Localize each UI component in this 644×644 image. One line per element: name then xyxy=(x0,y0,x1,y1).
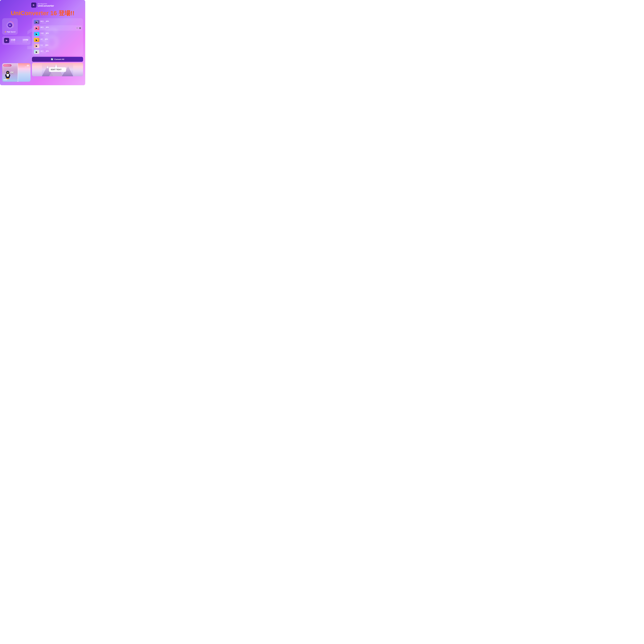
file-convert-5: MKV → MP4 xyxy=(40,50,81,52)
from-size: 1GB 00:00:56 xyxy=(11,39,15,42)
convert-all-label: Convert All xyxy=(54,58,64,60)
file-item: ▶ VOB → MP4 ⊙ 00:01:22 xyxy=(33,31,82,37)
ai-powered-badge: AI-Powered xyxy=(3,64,12,66)
edit-text-overlay[interactable]: EDIT TEXT ✏ xyxy=(49,67,66,72)
file-thumb-mov: ▶ xyxy=(34,20,39,24)
main-container: Wondershare UniConverter UniConverter 16… xyxy=(0,0,85,85)
file-thumb-mkv: ▶ xyxy=(34,26,39,30)
file-convert-2: VOB → MP4 xyxy=(40,33,81,34)
play-icon: ▶ xyxy=(36,21,38,23)
svg-point-16 xyxy=(6,78,8,79)
to-size: 100M 00:00:56 xyxy=(23,39,28,42)
compression-arrows: »»»»» xyxy=(16,39,22,42)
file-info-0: MOV → MP4 ⊙ 00:00:36 xyxy=(40,21,81,24)
svg-point-17 xyxy=(8,78,9,79)
file-list-panel: ▶ MOV → MP4 ⊙ 00:00:36 ▶ MKV → MP4 ⊙ 00:… xyxy=(32,18,83,56)
ai-dial: Ai xyxy=(5,20,15,30)
file-thumb-mkv2: ▶ xyxy=(34,50,39,54)
file-action-icon[interactable]: ⊞ xyxy=(79,27,81,29)
play-icon: ▶ xyxy=(36,27,38,29)
svg-point-11 xyxy=(7,72,7,72)
file-item: ▶ MOV → MP4 ⊙ 00:00:36 xyxy=(33,19,82,25)
file-convert-4: FLV → MP4 xyxy=(40,44,81,46)
ai-speed-card: Ai xyxy=(2,18,18,35)
file-item: ▶ AVI → MP4 ⊙ 00:02:31 xyxy=(33,37,82,43)
convert-all-icon: 🔄 xyxy=(51,58,53,60)
logo-icon xyxy=(31,3,36,8)
file-action-icon[interactable]: □ xyxy=(76,27,78,29)
file-convert-1: MKV → MP4 xyxy=(40,27,75,28)
brand-name: Wondershare xyxy=(38,3,54,5)
compression-card: 1GB 00:00:56 »»»»» 100M 00:00:56 xyxy=(2,36,31,45)
convert-all-button[interactable]: 🔄 Convert All xyxy=(32,57,83,62)
file-icons: □ ⊞ xyxy=(76,27,81,29)
svg-point-12 xyxy=(8,72,8,72)
triangle-pointer xyxy=(17,81,19,82)
app-icon-compression xyxy=(4,38,9,43)
ai-speed-label: ⚡ High Speed xyxy=(4,31,15,33)
file-item: ▶ MKV → MP4 ⊙ 00:00:24 xyxy=(33,49,82,55)
upscale-card: 8K Upscale to AI-Powered 1080P 4K xyxy=(2,63,31,82)
file-convert-3: AVI → MP4 xyxy=(40,38,81,40)
upscale-right-image: 8K Upscale to xyxy=(18,63,31,82)
upscale-to-label: Upscale to xyxy=(25,66,29,67)
file-info-1: MKV → MP4 ⊙ 00:00:58 xyxy=(40,27,75,30)
bottom-row: 8K Upscale to AI-Powered 1080P 4K xyxy=(0,62,85,83)
upscale-inner: 8K Upscale to AI-Powered 1080P 4K xyxy=(2,63,31,82)
header-text: Wondershare UniConverter xyxy=(38,3,54,7)
content-area: Ai xyxy=(0,18,85,62)
svg-point-13 xyxy=(7,73,8,73)
edit-text-label: EDIT TEXT xyxy=(51,68,62,71)
file-info-2: VOB → MP4 ⊙ 00:01:22 xyxy=(40,33,81,36)
edit-text-area: EDIT TEXT ✏ xyxy=(32,63,83,76)
header: Wondershare UniConverter xyxy=(0,0,85,9)
file-info-3: AVI → MP4 ⊙ 00:02:31 xyxy=(40,38,81,41)
file-time-3: ⊙ 00:02:31 xyxy=(40,40,81,41)
compression-sizes: 1GB 00:00:56 »»»»» 100M 00:00:56 xyxy=(11,39,28,42)
file-info-5: MKV → MP4 ⊙ 00:00:24 xyxy=(40,50,81,53)
play-icon: ▶ xyxy=(36,33,38,35)
file-time-4: ⊙ 00:00:56 xyxy=(40,46,81,47)
file-thumb-avi: ▶ xyxy=(34,38,39,42)
svg-text:Ai: Ai xyxy=(9,24,11,26)
right-column: ▶ MOV → MP4 ⊙ 00:00:36 ▶ MKV → MP4 ⊙ 00:… xyxy=(32,18,83,62)
play-icon: ▶ xyxy=(36,45,38,47)
product-name: UniConverter xyxy=(38,5,54,7)
file-time-2: ⊙ 00:01:22 xyxy=(40,34,81,36)
file-thumb-flv: ▶ xyxy=(34,44,39,48)
file-convert-0: MOV → MP4 xyxy=(40,21,81,22)
compression-info: 1GB 00:00:56 »»»»» 100M 00:00:56 xyxy=(11,39,28,42)
play-icon: ▶ xyxy=(36,51,38,53)
file-time-5: ⊙ 00:00:24 xyxy=(40,52,81,53)
file-item: ▶ MKV → MP4 ⊙ 00:00:58 □ ⊞ xyxy=(33,25,82,31)
file-item: ▶ FLV → MP4 ⊙ 00:00:56 xyxy=(33,43,82,49)
file-thumb-vob: ▶ xyxy=(34,32,39,36)
main-title: UniConverter 16 登場!! xyxy=(0,9,85,18)
divider-line xyxy=(18,63,18,82)
file-time-0: ⊙ 00:00:36 xyxy=(40,22,81,24)
play-icon: ▶ xyxy=(36,39,38,41)
left-column: Ai xyxy=(2,18,31,62)
file-time-1: ⊙ 00:00:58 xyxy=(40,28,75,30)
file-info-4: FLV → MP4 ⊙ 00:00:56 xyxy=(40,44,81,47)
bottom-right-area: EDIT TEXT ✏ xyxy=(32,62,83,82)
edit-pencil-icon: ✏ xyxy=(62,68,64,71)
